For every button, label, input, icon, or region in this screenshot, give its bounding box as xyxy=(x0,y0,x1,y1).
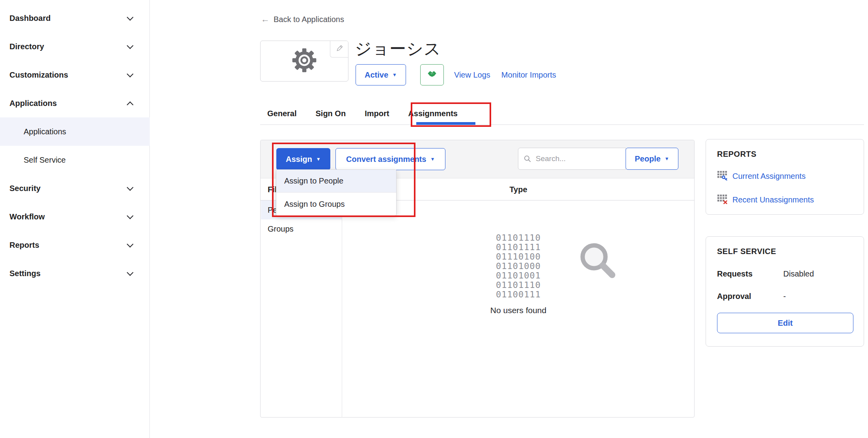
empty-state: 01101110 01101111 01110100 01101000 0110… xyxy=(342,233,695,315)
chevron-down-icon xyxy=(127,42,134,49)
approval-label: Approval xyxy=(717,292,783,301)
chevron-down-icon xyxy=(127,241,134,247)
sidebar-item-reports[interactable]: Reports xyxy=(0,231,150,259)
menu-item-assign-to-groups[interactable]: Assign to Groups xyxy=(276,193,396,215)
status-dropdown-button[interactable]: Active ▼ xyxy=(356,64,406,85)
recent-unassignments-link[interactable]: Recent Unassignments xyxy=(717,193,853,206)
sidebar-item-label: Dashboard xyxy=(9,14,50,23)
grid-x-icon xyxy=(717,193,728,206)
okta-admin-assignments-page: Dashboard Directory Customizations Appli… xyxy=(0,0,868,438)
back-link-label: Back to Applications xyxy=(274,15,344,24)
back-arrow-icon: ← xyxy=(261,14,270,24)
sidebar-item-label: Customizations xyxy=(9,71,68,80)
current-assignments-link[interactable]: Current Assignments xyxy=(717,170,853,182)
active-tab-underline xyxy=(416,122,475,125)
sidebar-item-directory[interactable]: Directory xyxy=(0,32,150,61)
self-service-card: SELF SERVICE Requests Disabled Approval … xyxy=(706,236,864,347)
sidebar: Dashboard Directory Customizations Appli… xyxy=(0,0,150,438)
search-group: People ▼ xyxy=(518,148,678,170)
magnifier-icon xyxy=(577,239,621,285)
sidebar-item-dashboard[interactable]: Dashboard xyxy=(0,4,150,32)
app-status-row: Active ▼ View Logs Monitor Imports xyxy=(356,64,556,85)
sidebar-item-customizations[interactable]: Customizations xyxy=(0,61,150,89)
caret-down-icon: ▼ xyxy=(665,156,669,161)
approval-value: - xyxy=(783,292,786,301)
edit-self-service-button[interactable]: Edit xyxy=(717,313,853,333)
no-users-message: No users found xyxy=(342,306,695,315)
caret-down-icon: ▼ xyxy=(316,157,321,161)
chevron-down-icon xyxy=(127,14,134,20)
approval-row: Approval - xyxy=(717,292,853,301)
search-scope-label: People xyxy=(635,154,661,163)
binary-art-line: 01101000 xyxy=(342,262,695,271)
sidebar-item-settings[interactable]: Settings xyxy=(0,259,150,288)
status-label: Active xyxy=(365,71,388,80)
tab-sign-on[interactable]: Sign On xyxy=(315,109,346,118)
chevron-down-icon xyxy=(127,184,134,191)
edit-logo-button[interactable] xyxy=(330,41,348,58)
assign-dropdown-menu: Assign to People Assign to Groups xyxy=(276,169,397,216)
tab-assignments[interactable]: Assignments xyxy=(408,109,458,118)
binary-art-line: 01101110 xyxy=(342,280,695,290)
handshake-icon xyxy=(426,69,438,81)
binary-art-line: 01101110 xyxy=(342,233,695,243)
reports-title: REPORTS xyxy=(717,150,853,159)
assign-button-label: Assign xyxy=(286,155,312,164)
search-icon xyxy=(523,155,531,164)
tabs-divider xyxy=(260,124,864,125)
tab-import[interactable]: Import xyxy=(365,109,389,118)
sidebar-item-label: Self Service xyxy=(24,156,66,165)
gear-icon xyxy=(291,47,317,75)
binary-art-line: 01101111 xyxy=(342,243,695,252)
view-logs-link[interactable]: View Logs xyxy=(454,71,490,80)
back-to-applications-link[interactable]: ← Back to Applications xyxy=(261,14,344,24)
sidebar-item-label: Applications xyxy=(9,99,57,108)
binary-art-line: 01110100 xyxy=(342,252,695,262)
sidebar-item-security[interactable]: Security xyxy=(0,174,150,202)
binary-art-line: 01101001 xyxy=(342,271,695,280)
requests-label: Requests xyxy=(717,269,783,278)
tab-bar: General Sign On Import Assignments xyxy=(260,102,458,124)
self-service-title: SELF SERVICE xyxy=(717,247,853,256)
app-logo-box xyxy=(260,41,348,82)
sidebar-item-label: Applications xyxy=(24,127,66,136)
tab-general[interactable]: General xyxy=(267,109,296,118)
caret-down-icon: ▼ xyxy=(430,157,435,161)
requests-row: Requests Disabled xyxy=(717,269,853,278)
sidebar-item-self-service[interactable]: Self Service xyxy=(0,146,150,174)
recent-unassignments-label: Recent Unassignments xyxy=(732,196,814,204)
sidebar-item-applications[interactable]: Applications xyxy=(0,89,150,117)
sidebar-item-label: Security xyxy=(9,184,41,193)
search-input[interactable] xyxy=(518,148,626,170)
chevron-up-icon xyxy=(127,101,134,108)
convert-assignments-button[interactable]: Convert assignments ▼ xyxy=(335,148,445,170)
grid-key-icon xyxy=(717,170,728,182)
sidebar-item-label: Workflow xyxy=(9,212,45,221)
sidebar-item-applications-sub[interactable]: Applications xyxy=(0,117,150,146)
caret-down-icon: ▼ xyxy=(392,72,397,77)
monitor-imports-link[interactable]: Monitor Imports xyxy=(501,71,556,80)
pencil-icon xyxy=(335,45,343,54)
sidebar-item-label: Settings xyxy=(9,269,41,278)
reports-card: REPORTS Current Assignments xyxy=(706,139,864,215)
handshake-button[interactable] xyxy=(420,64,444,85)
chevron-down-icon xyxy=(127,269,134,276)
chevron-down-icon xyxy=(127,71,134,77)
app-title: ジョーシス xyxy=(355,38,441,60)
filter-row-groups[interactable]: Groups xyxy=(261,219,342,238)
search-scope-button[interactable]: People ▼ xyxy=(626,148,678,170)
requests-value: Disabled xyxy=(783,269,814,278)
sidebar-item-label: Reports xyxy=(9,241,39,250)
sidebar-item-label: Directory xyxy=(9,42,44,51)
menu-item-assign-to-people[interactable]: Assign to People xyxy=(276,170,396,193)
binary-art-line: 01100111 xyxy=(342,290,695,299)
assign-button[interactable]: Assign ▼ xyxy=(276,148,330,170)
sidebar-item-workflow[interactable]: Workflow xyxy=(0,202,150,231)
chevron-down-icon xyxy=(127,212,134,219)
current-assignments-label: Current Assignments xyxy=(732,172,806,180)
convert-button-label: Convert assignments xyxy=(346,155,426,164)
